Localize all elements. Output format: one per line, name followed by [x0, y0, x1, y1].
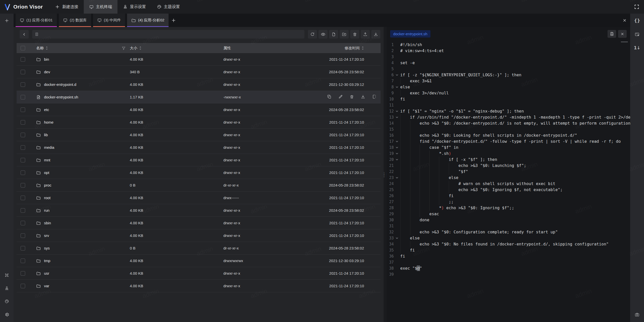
command-palette-button[interactable]: [2, 271, 11, 280]
sort-order-button[interactable]: 1↓: [633, 43, 642, 52]
table-row-docker-entrypoint.sh[interactable]: docker-entrypoint.sh1.17 KB-rwxrwxr-x: [17, 91, 381, 103]
code-editor[interactable]: 1#!/bin/sh2# vim:sw=4:ts=4:et34set -e56i…: [387, 41, 630, 322]
table-row-sys[interactable]: sys0 Bdr-xr-xr-x2024-05-28 23:58:02: [17, 242, 381, 255]
table-header: 名称 大小: [17, 43, 381, 53]
row-checkbox[interactable]: [21, 158, 25, 162]
row-checkbox[interactable]: [21, 183, 25, 188]
new-folder-button[interactable]: [340, 30, 349, 39]
path-input[interactable]: [32, 30, 304, 39]
row-checkbox[interactable]: [21, 145, 25, 150]
sort-carets-icon[interactable]: [46, 46, 48, 50]
delete-button[interactable]: [350, 95, 354, 100]
fold-chevron-icon[interactable]: [394, 84, 400, 90]
save-button[interactable]: [608, 30, 616, 38]
code-text: fi: [400, 193, 630, 199]
new-tab-button[interactable]: [169, 14, 179, 27]
row-checkbox[interactable]: [21, 208, 25, 213]
row-checkbox[interactable]: [21, 120, 25, 125]
table-row-proc[interactable]: proc0 Bdr-xr-xr-x2024-05-28 23:58:02: [17, 179, 381, 192]
row-checkbox[interactable]: [21, 221, 25, 225]
edit-button[interactable]: [338, 94, 343, 100]
table-row-bin[interactable]: bin4.00 KBdrwxr-xr-x2021-11-24 17:20:10: [17, 53, 381, 66]
tabbar-close-button[interactable]: [619, 14, 630, 27]
copy-button[interactable]: [327, 94, 332, 100]
fold-chevron-icon[interactable]: [394, 145, 400, 151]
code-line: 37: [387, 259, 630, 265]
fold-chevron-icon[interactable]: [394, 157, 400, 163]
tab-database[interactable]: (2) 数据库: [59, 14, 91, 27]
tab-middleware[interactable]: (3) 中间件: [93, 14, 125, 27]
row-checkbox[interactable]: [21, 70, 25, 74]
select-all-checkbox[interactable]: [21, 46, 25, 50]
new-tab-rail-button[interactable]: [2, 16, 11, 25]
fold-gutter: [394, 60, 400, 66]
table-row-dev[interactable]: dev340 Bdrwxr-xr-x2024-05-28 23:58:02: [17, 66, 381, 78]
row-checkbox[interactable]: [21, 246, 25, 251]
display-settings-button[interactable]: [2, 284, 11, 293]
row-checkbox[interactable]: [21, 271, 25, 276]
theme-settings-button[interactable]: [2, 297, 11, 306]
menu-item-new-connection[interactable]: 新建连接: [49, 0, 84, 14]
row-checkbox[interactable]: [21, 133, 25, 137]
settings-button[interactable]: [2, 310, 11, 319]
table-row-opt[interactable]: opt4.00 KBdrwxr-xr-x2021-11-24 17:20:10: [17, 166, 381, 179]
fold-chevron-icon[interactable]: [394, 175, 400, 181]
column-size[interactable]: 大小: [130, 46, 137, 51]
table-row-sbin[interactable]: sbin4.00 KBdrwxr-xr-x2021-11-24 17:20:10: [17, 217, 381, 229]
sort-carets-icon[interactable]: [139, 46, 142, 50]
row-checkbox[interactable]: [21, 57, 25, 62]
upload-button[interactable]: [361, 30, 370, 39]
download-button[interactable]: [371, 30, 380, 39]
tab-app-analysis-01[interactable]: (1) 应用-分析01: [16, 14, 57, 27]
fold-chevron-icon[interactable]: [394, 72, 400, 78]
refresh-button[interactable]: [308, 30, 317, 39]
filter-icon[interactable]: [122, 46, 126, 50]
fold-chevron-icon[interactable]: [394, 108, 400, 114]
screenshot-button[interactable]: [633, 310, 642, 319]
table-row-root[interactable]: root4.00 KBdrwx------2021-11-24 17:20:10: [17, 192, 381, 204]
table-row-lib[interactable]: lib4.00 KBdrwxr-xr-x2021-11-24 17:20:10: [17, 129, 381, 141]
row-checkbox[interactable]: [21, 233, 25, 238]
sort-carets-icon[interactable]: [361, 46, 364, 50]
fold-chevron-icon[interactable]: [394, 114, 400, 120]
table-row-media[interactable]: media4.00 KBdrwxr-xr-x2021-11-24 17:20:1…: [17, 141, 381, 154]
tab-app-analysis-02[interactable]: (4) 应用-分析02: [127, 14, 169, 27]
json-view-button[interactable]: {}: [633, 16, 642, 25]
table-row-home[interactable]: home4.00 KBdrwxr-xr-x2021-11-24 17:20:10: [17, 116, 381, 129]
table-row-mnt[interactable]: mnt4.00 KBdrwxr-xr-x2021-11-24 17:20:10: [17, 154, 381, 166]
annotation-button[interactable]: [633, 30, 642, 39]
new-file-button[interactable]: [329, 30, 338, 39]
row-checkbox[interactable]: [21, 259, 25, 263]
table-row-var[interactable]: var4.00 KBdrwxr-xr-x2021-11-24 17:20:10: [17, 280, 381, 292]
row-checkbox[interactable]: [21, 108, 25, 112]
delete-button[interactable]: [350, 30, 359, 39]
table-row-run[interactable]: run4.00 KBdrwxr-xr-x2024-05-28 23:58:02: [17, 204, 381, 217]
table-row-tmp[interactable]: tmp4.00 KBdrwxrwxrwx2021-12-30 03:29:10: [17, 255, 381, 267]
row-checkbox[interactable]: [21, 196, 25, 200]
open-file-tag[interactable]: docker-entrypoint.sh: [390, 30, 430, 38]
table-row-usr[interactable]: usr4.00 KBdrwxr-xr-x2021-11-24 17:20:10: [17, 267, 381, 280]
menu-item-display-settings[interactable]: 显示设置: [117, 0, 151, 14]
fullscreen-icon[interactable]: [629, 0, 644, 14]
table-row-etc[interactable]: etc4.00 KBdrwxr-xr-x2024-05-28 23:58:02: [17, 103, 381, 116]
column-modified[interactable]: 修改时间: [345, 46, 360, 51]
download-button[interactable]: [361, 94, 365, 100]
row-checkbox[interactable]: [21, 82, 25, 87]
fold-chevron-icon[interactable]: [394, 151, 400, 157]
move-button[interactable]: [372, 94, 377, 100]
menu-item-theme-settings[interactable]: 主题设置: [151, 0, 185, 14]
column-name[interactable]: 名称: [36, 46, 44, 51]
preview-button[interactable]: [318, 30, 328, 39]
fold-chevron-icon[interactable]: [394, 235, 400, 241]
table-row-srv[interactable]: srv4.00 KBdrwxr-xr-x2021-11-24 17:20:10: [17, 229, 381, 242]
fold-chevron-icon[interactable]: [394, 138, 400, 145]
back-button[interactable]: [20, 30, 29, 39]
editor-close-button[interactable]: [618, 30, 627, 38]
row-checkbox[interactable]: [21, 284, 25, 288]
menu-item-host-terminal[interactable]: 主机终端: [84, 0, 117, 14]
path-input-field[interactable]: [41, 30, 302, 39]
table-row-docker-entrypoint.d[interactable]: docker-entrypoint.d4.00 KBdrwxr-xr-x2021…: [17, 78, 381, 91]
pane-splitter[interactable]: ⋮⋮⋮⋮: [384, 27, 387, 322]
row-checkbox[interactable]: [21, 95, 25, 99]
row-checkbox[interactable]: [21, 170, 25, 175]
